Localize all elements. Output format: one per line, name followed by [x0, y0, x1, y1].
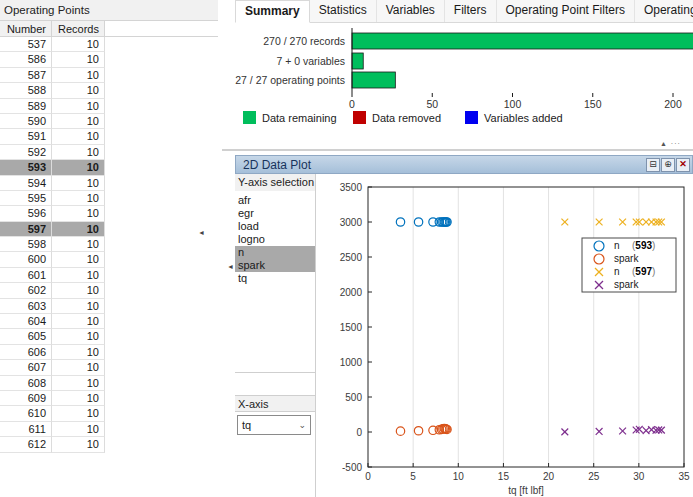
table-row[interactable]: 59110 — [0, 129, 218, 144]
tab-variables[interactable]: Variables — [377, 0, 445, 22]
table-row[interactable]: 60910 — [0, 391, 218, 406]
table-row[interactable]: 58910 — [0, 99, 218, 114]
horizontal-splitter[interactable] — [222, 149, 693, 151]
splitter-collapse-up-icon[interactable]: ▲ ··· — [660, 140, 681, 147]
cell-records: 10 — [52, 68, 105, 83]
cell-number: 589 — [0, 99, 52, 114]
table-row[interactable]: 58610 — [0, 52, 218, 67]
maximize-button[interactable]: ⊕ — [661, 158, 675, 172]
y-axis-option-n[interactable]: n — [235, 246, 315, 259]
legend-swatch-icon — [465, 111, 478, 124]
table-row[interactable]: 59710 — [0, 222, 218, 237]
tab-filters[interactable]: Filters — [445, 0, 497, 22]
table-row[interactable]: 60810 — [0, 376, 218, 391]
table-row[interactable]: 60410 — [0, 314, 218, 329]
cell-records: 10 — [52, 145, 105, 160]
cell-number: 606 — [0, 345, 52, 360]
plot-window-buttons: ⊟⊕✕ — [645, 158, 690, 172]
cell-records: 10 — [52, 83, 105, 98]
svg-text:500: 500 — [345, 392, 362, 403]
svg-text:100: 100 — [504, 98, 522, 110]
summary-panel: SummaryStatisticsVariablesFiltersOperati… — [235, 0, 693, 148]
x-axis-selection-header: X-axis selection — [235, 395, 315, 412]
tab-statistics[interactable]: Statistics — [310, 0, 377, 22]
splitter-collapse-left-icon-2[interactable]: ◄ — [227, 263, 234, 270]
y-axis-option-egr[interactable]: egr — [235, 207, 315, 220]
operating-points-table-body: 5371058610587105881058910590105911059210… — [0, 37, 218, 453]
cell-number: 595 — [0, 191, 52, 206]
cell-number: 601 — [0, 268, 52, 283]
svg-text:7 + 0 variables: 7 + 0 variables — [276, 55, 345, 67]
y-axis-option-spark[interactable]: spark — [235, 259, 315, 272]
svg-text:200: 200 — [664, 98, 682, 110]
column-header-number[interactable]: Number — [0, 21, 52, 37]
cell-records: 10 — [52, 406, 105, 421]
svg-text:20: 20 — [543, 471, 555, 482]
svg-text:n: n — [614, 266, 620, 277]
svg-text:150: 150 — [584, 98, 602, 110]
svg-text:1500: 1500 — [340, 322, 363, 333]
cell-number: 587 — [0, 68, 52, 83]
scatter-plot: 05101520253035-5000500100015002000250030… — [316, 174, 693, 497]
table-row[interactable]: 60710 — [0, 360, 218, 375]
cell-number: 602 — [0, 283, 52, 298]
cell-records: 10 — [52, 176, 105, 191]
legend-item: Variables added — [465, 111, 563, 125]
cell-records: 10 — [52, 52, 105, 67]
cell-records: 10 — [52, 252, 105, 267]
svg-text:-500: -500 — [342, 462, 362, 473]
tab-summary[interactable]: Summary — [235, 0, 310, 23]
plot-panel: 2D Data Plot ⊟⊕✕ Y-axis selection afregr… — [235, 155, 693, 497]
cell-number: 607 — [0, 360, 52, 375]
x-axis-dropdown[interactable]: tq ⌄ — [237, 415, 311, 435]
table-row[interactable]: 61210 — [0, 437, 218, 452]
table-row[interactable]: 59010 — [0, 114, 218, 129]
table-row[interactable]: 61110 — [0, 422, 218, 437]
legend-swatch-icon — [243, 111, 256, 124]
close-button[interactable]: ✕ — [676, 158, 690, 172]
table-row[interactable]: 58810 — [0, 83, 218, 98]
table-row[interactable]: 61010 — [0, 406, 218, 421]
svg-text:2500: 2500 — [340, 252, 363, 263]
tab-operating-point-filters[interactable]: Operating Point Filters — [497, 0, 635, 22]
table-row[interactable]: 53710 — [0, 37, 218, 52]
table-row[interactable]: 60010 — [0, 252, 218, 267]
column-header-records[interactable]: Records — [52, 21, 105, 37]
table-row[interactable]: 59310 — [0, 160, 218, 175]
cell-number: 612 — [0, 437, 52, 452]
cell-records: 10 — [52, 160, 105, 175]
table-header-row: Number Records — [0, 21, 218, 37]
table-row[interactable]: 59810 — [0, 237, 218, 252]
plot-titlebar[interactable]: 2D Data Plot ⊟⊕✕ — [235, 155, 693, 174]
scatter-plot-area[interactable]: 05101520253035-5000500100015002000250030… — [316, 174, 693, 497]
chevron-down-icon: ⌄ — [298, 416, 306, 434]
table-row[interactable]: 58710 — [0, 68, 218, 83]
table-row[interactable]: 60610 — [0, 345, 218, 360]
cell-records: 10 — [52, 191, 105, 206]
table-row[interactable]: 60510 — [0, 329, 218, 344]
cell-records: 10 — [52, 360, 105, 375]
svg-text:10: 10 — [453, 471, 465, 482]
table-row[interactable]: 60110 — [0, 268, 218, 283]
y-axis-option-afr[interactable]: afr — [235, 194, 315, 207]
y-axis-option-tq[interactable]: tq — [235, 272, 315, 285]
y-axis-option-logno[interactable]: logno — [235, 233, 315, 246]
svg-text:n: n — [614, 240, 620, 251]
svg-text:15: 15 — [498, 471, 510, 482]
column-header-filler — [105, 21, 218, 37]
svg-text:0: 0 — [365, 471, 371, 482]
cell-records: 10 — [52, 222, 105, 237]
table-row[interactable]: 60210 — [0, 283, 218, 298]
splitter-collapse-left-icon[interactable]: ◄ — [198, 229, 205, 236]
table-row[interactable]: 59410 — [0, 176, 218, 191]
table-row[interactable]: 59610 — [0, 206, 218, 221]
tab-operating-point-notes[interactable]: Operating Point Notes — [635, 0, 693, 22]
cell-number: 591 — [0, 129, 52, 144]
cell-number: 605 — [0, 329, 52, 344]
table-row[interactable]: 59210 — [0, 145, 218, 160]
table-row[interactable]: 60310 — [0, 299, 218, 314]
y-axis-option-load[interactable]: load — [235, 220, 315, 233]
svg-text:3000: 3000 — [340, 217, 363, 228]
minimize-button[interactable]: ⊟ — [646, 158, 660, 172]
table-row[interactable]: 59510 — [0, 191, 218, 206]
